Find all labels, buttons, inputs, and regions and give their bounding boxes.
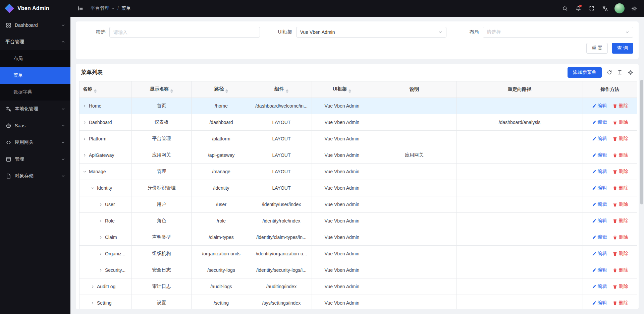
tree-expand-icon[interactable] — [83, 104, 87, 108]
cell-redirect-path — [457, 246, 583, 262]
tree-collapse-icon[interactable] — [91, 186, 95, 190]
panel-title: 菜单列表 — [81, 69, 103, 76]
delete-button[interactable]: 删除 — [613, 136, 628, 142]
add-menu-button[interactable]: 添加新菜单 — [568, 67, 602, 78]
edit-button[interactable]: 编辑 — [592, 234, 607, 240]
sort-icon[interactable] — [286, 89, 288, 93]
settings-gear-icon[interactable] — [629, 3, 639, 14]
layout-select-placeholder: 请选择 — [487, 29, 501, 35]
cell-display-name: 仪表板 — [132, 114, 192, 131]
column-header-name[interactable]: 名称 — [79, 81, 132, 98]
logo[interactable]: Vben Admin — [0, 0, 70, 17]
edit-button[interactable]: 编辑 — [592, 267, 607, 273]
scrollbar-thumb[interactable] — [640, 80, 643, 204]
cell-component: LAYOUT — [251, 147, 312, 164]
sidebar-item-4[interactable]: 应用网关 — [0, 134, 70, 151]
column-settings-icon[interactable] — [628, 70, 633, 75]
sort-icon[interactable] — [170, 89, 173, 93]
sort-icon[interactable] — [225, 89, 228, 93]
edit-button[interactable]: 编辑 — [592, 169, 607, 175]
row-name-label: Identity — [97, 185, 112, 191]
edit-icon — [592, 252, 596, 256]
tree-expand-icon[interactable] — [99, 219, 103, 223]
ui-framework-select[interactable]: Vue Vben Admin — [296, 27, 447, 38]
delete-button[interactable]: 删除 — [613, 267, 628, 273]
language-icon[interactable] — [600, 3, 610, 14]
tree-expand-icon[interactable] — [83, 137, 87, 141]
delete-button[interactable]: 删除 — [613, 169, 628, 175]
sidebar-item-6[interactable]: 对象存储 — [0, 168, 70, 184]
column-header-component[interactable]: 组件 — [251, 81, 312, 98]
sort-icon[interactable] — [94, 89, 97, 93]
table-row: Platform 平台管理 /platform LAYOUT Vue Vben … — [79, 131, 637, 147]
user-avatar[interactable] — [614, 3, 625, 13]
tree-expand-icon[interactable] — [91, 301, 95, 305]
column-header-path[interactable]: 路径 — [192, 81, 251, 98]
delete-button[interactable]: 删除 — [613, 185, 628, 191]
edit-button[interactable]: 编辑 — [592, 152, 607, 158]
delete-button[interactable]: 删除 — [613, 119, 628, 125]
edit-button[interactable]: 编辑 — [592, 201, 607, 207]
delete-button[interactable]: 删除 — [613, 218, 628, 224]
menu-table: 名称 显示名称 路径 组件 UI框架 说明 重定向路径 操作方法 Home 首页… — [79, 81, 637, 309]
row-name-label: Platform — [89, 136, 106, 141]
cell-redirect-path — [457, 262, 583, 278]
reset-button[interactable]: 重 置 — [586, 43, 608, 54]
delete-button[interactable]: 删除 — [613, 284, 628, 290]
tree-collapse-icon[interactable] — [83, 170, 87, 174]
refresh-icon[interactable] — [607, 70, 612, 75]
delete-button[interactable]: 删除 — [613, 152, 628, 158]
edit-button[interactable]: 编辑 — [592, 218, 607, 224]
tree-expand-icon[interactable] — [91, 285, 95, 289]
delete-button[interactable]: 删除 — [613, 103, 628, 109]
cell-display-name: 应用网关 — [132, 147, 192, 164]
cell-component: /identity/role/index — [251, 213, 312, 229]
cell-description — [372, 295, 457, 310]
sidebar-item-0[interactable]: Dashboard — [0, 17, 70, 34]
delete-icon — [613, 202, 617, 207]
tree-expand-icon[interactable] — [99, 268, 103, 272]
edit-button[interactable]: 编辑 — [592, 300, 607, 306]
breadcrumb-parent[interactable]: 平台管理 — [91, 5, 115, 11]
filter-field-ui-framework: UI框架 Vue Vben Admin — [268, 27, 447, 38]
edit-button[interactable]: 编辑 — [592, 185, 607, 191]
edit-button[interactable]: 编辑 — [592, 284, 607, 290]
sidebar-subitem-1-0[interactable]: 布局 — [0, 50, 70, 67]
cell-actions: 编辑 删除 — [583, 180, 637, 196]
sidebar-subitem-1-1[interactable]: 菜单 — [0, 67, 70, 84]
sidebar-item-3[interactable]: Saas — [0, 117, 70, 134]
layout-select[interactable]: 请选择 — [483, 27, 633, 38]
search-button[interactable]: 查 询 — [612, 43, 633, 54]
row-height-icon[interactable] — [617, 70, 623, 75]
edit-button[interactable]: 编辑 — [592, 103, 607, 109]
delete-icon — [613, 301, 617, 305]
delete-button[interactable]: 删除 — [613, 300, 628, 306]
column-header-display[interactable]: 显示名称 — [132, 81, 192, 98]
tree-expand-icon[interactable] — [83, 121, 87, 124]
edit-button[interactable]: 编辑 — [592, 119, 607, 125]
sidebar-subitem-1-2[interactable]: 数据字典 — [0, 84, 70, 101]
sidebar-item-1[interactable]: 平台管理 — [0, 34, 70, 50]
fullscreen-icon[interactable] — [586, 3, 597, 14]
sort-icon[interactable] — [348, 89, 351, 93]
sidebar-collapse-icon[interactable] — [75, 3, 86, 14]
tree-expand-icon[interactable] — [99, 203, 103, 206]
tree-expand-icon[interactable] — [99, 252, 103, 256]
tree-expand-icon[interactable] — [83, 153, 87, 157]
delete-button[interactable]: 删除 — [613, 201, 628, 207]
notification-bell-icon[interactable] — [573, 3, 584, 14]
search-icon[interactable] — [559, 3, 570, 14]
cell-path: /organization-units — [192, 246, 251, 262]
keyword-input[interactable] — [109, 27, 260, 38]
table-row: ApiGateway 应用网关 /api-gateway LAYOUT Vue … — [79, 147, 637, 164]
edit-button[interactable]: 编辑 — [592, 136, 607, 142]
tree-expand-icon[interactable] — [99, 236, 103, 239]
column-header-ui[interactable]: UI框架 — [312, 81, 372, 98]
sidebar-item-2[interactable]: 本地化管理 — [0, 101, 70, 117]
sidebar-item-5[interactable]: 管理 — [0, 151, 70, 168]
row-name-label: Manage — [89, 169, 106, 174]
edit-button[interactable]: 编辑 — [592, 251, 607, 257]
delete-button[interactable]: 删除 — [613, 234, 628, 240]
ui-framework-label: UI框架 — [268, 29, 292, 35]
delete-button[interactable]: 删除 — [613, 251, 628, 257]
